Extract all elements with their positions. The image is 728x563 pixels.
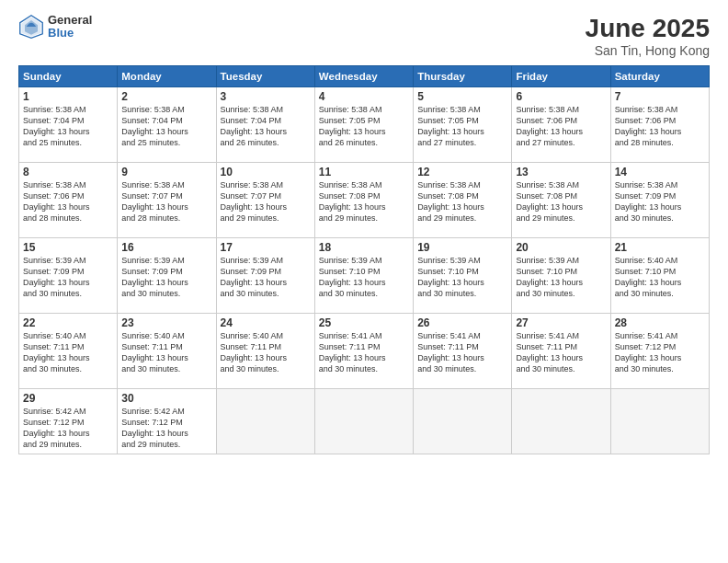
table-row: 28Sunrise: 5:41 AMSunset: 7:12 PMDayligh… bbox=[610, 314, 709, 389]
day-number: 18 bbox=[319, 241, 409, 254]
table-row: 20Sunrise: 5:39 AMSunset: 7:10 PMDayligh… bbox=[512, 238, 610, 314]
table-row: 13Sunrise: 5:38 AMSunset: 7:08 PMDayligh… bbox=[512, 163, 610, 238]
logo-icon bbox=[18, 14, 44, 40]
table-row: 19Sunrise: 5:39 AMSunset: 7:10 PMDayligh… bbox=[414, 238, 512, 314]
day-info: Sunrise: 5:39 AMSunset: 7:10 PMDaylight:… bbox=[319, 255, 409, 300]
day-number: 17 bbox=[221, 241, 311, 254]
day-number: 7 bbox=[615, 90, 705, 103]
table-row: 4Sunrise: 5:38 AMSunset: 7:05 PMDaylight… bbox=[314, 87, 413, 163]
day-number: 21 bbox=[615, 241, 705, 254]
logo-general-label: General bbox=[48, 14, 92, 27]
day-info: Sunrise: 5:38 AMSunset: 7:06 PMDaylight:… bbox=[23, 179, 113, 224]
table-row bbox=[216, 389, 314, 454]
day-info: Sunrise: 5:38 AMSunset: 7:08 PMDaylight:… bbox=[516, 179, 606, 224]
day-number: 26 bbox=[417, 316, 507, 329]
calendar-week-1: 1Sunrise: 5:38 AMSunset: 7:04 PMDaylight… bbox=[19, 87, 710, 163]
day-number: 2 bbox=[121, 90, 211, 103]
day-number: 14 bbox=[615, 166, 705, 178]
table-row: 15Sunrise: 5:39 AMSunset: 7:09 PMDayligh… bbox=[19, 238, 118, 314]
month-title: June 2025 bbox=[586, 14, 710, 43]
day-info: Sunrise: 5:38 AMSunset: 7:04 PMDaylight:… bbox=[121, 104, 211, 149]
table-row: 23Sunrise: 5:40 AMSunset: 7:11 PMDayligh… bbox=[118, 314, 216, 389]
calendar-week-5: 29Sunrise: 5:42 AMSunset: 7:12 PMDayligh… bbox=[19, 389, 710, 454]
header: General Blue June 2025 San Tin, Hong Kon… bbox=[18, 14, 710, 58]
logo-blue-label: Blue bbox=[48, 27, 92, 40]
table-row: 30Sunrise: 5:42 AMSunset: 7:12 PMDayligh… bbox=[118, 389, 216, 454]
location: San Tin, Hong Kong bbox=[586, 43, 710, 58]
day-number: 9 bbox=[121, 166, 211, 178]
day-info: Sunrise: 5:38 AMSunset: 7:06 PMDaylight:… bbox=[516, 104, 606, 149]
day-info: Sunrise: 5:38 AMSunset: 7:04 PMDaylight:… bbox=[23, 104, 113, 149]
day-info: Sunrise: 5:38 AMSunset: 7:04 PMDaylight:… bbox=[221, 104, 311, 149]
day-number: 13 bbox=[516, 166, 606, 178]
header-saturday: Saturday bbox=[610, 66, 709, 87]
day-number: 28 bbox=[615, 316, 705, 329]
day-number: 23 bbox=[121, 316, 211, 329]
day-number: 15 bbox=[23, 241, 113, 254]
table-row: 12Sunrise: 5:38 AMSunset: 7:08 PMDayligh… bbox=[414, 163, 512, 238]
calendar-header-row: Sunday Monday Tuesday Wednesday Thursday… bbox=[19, 66, 710, 87]
calendar-week-4: 22Sunrise: 5:40 AMSunset: 7:11 PMDayligh… bbox=[19, 314, 710, 389]
table-row: 26Sunrise: 5:41 AMSunset: 7:11 PMDayligh… bbox=[414, 314, 512, 389]
table-row: 6Sunrise: 5:38 AMSunset: 7:06 PMDaylight… bbox=[512, 87, 610, 163]
table-row: 27Sunrise: 5:41 AMSunset: 7:11 PMDayligh… bbox=[512, 314, 610, 389]
logo-text: General Blue bbox=[48, 14, 92, 40]
day-info: Sunrise: 5:38 AMSunset: 7:08 PMDaylight:… bbox=[417, 179, 507, 224]
day-number: 29 bbox=[23, 392, 113, 405]
page: General Blue June 2025 San Tin, Hong Kon… bbox=[0, 0, 728, 563]
day-info: Sunrise: 5:41 AMSunset: 7:11 PMDaylight:… bbox=[417, 330, 507, 375]
day-info: Sunrise: 5:39 AMSunset: 7:10 PMDaylight:… bbox=[417, 255, 507, 300]
day-info: Sunrise: 5:39 AMSunset: 7:09 PMDaylight:… bbox=[221, 255, 311, 300]
table-row bbox=[512, 389, 610, 454]
day-info: Sunrise: 5:41 AMSunset: 7:12 PMDaylight:… bbox=[615, 330, 705, 375]
day-info: Sunrise: 5:39 AMSunset: 7:10 PMDaylight:… bbox=[516, 255, 606, 300]
day-number: 12 bbox=[417, 166, 507, 178]
day-number: 19 bbox=[417, 241, 507, 254]
table-row: 5Sunrise: 5:38 AMSunset: 7:05 PMDaylight… bbox=[414, 87, 512, 163]
header-thursday: Thursday bbox=[414, 66, 512, 87]
table-row: 2Sunrise: 5:38 AMSunset: 7:04 PMDaylight… bbox=[118, 87, 216, 163]
day-info: Sunrise: 5:40 AMSunset: 7:11 PMDaylight:… bbox=[221, 330, 311, 375]
table-row: 18Sunrise: 5:39 AMSunset: 7:10 PMDayligh… bbox=[314, 238, 413, 314]
header-tuesday: Tuesday bbox=[216, 66, 314, 87]
day-number: 22 bbox=[23, 316, 113, 329]
day-number: 25 bbox=[319, 316, 409, 329]
day-number: 24 bbox=[221, 316, 311, 329]
day-info: Sunrise: 5:38 AMSunset: 7:07 PMDaylight:… bbox=[121, 179, 211, 224]
table-row: 10Sunrise: 5:38 AMSunset: 7:07 PMDayligh… bbox=[216, 163, 314, 238]
day-number: 27 bbox=[516, 316, 606, 329]
table-row: 11Sunrise: 5:38 AMSunset: 7:08 PMDayligh… bbox=[314, 163, 413, 238]
calendar-week-3: 15Sunrise: 5:39 AMSunset: 7:09 PMDayligh… bbox=[19, 238, 710, 314]
table-row: 7Sunrise: 5:38 AMSunset: 7:06 PMDaylight… bbox=[610, 87, 709, 163]
table-row: 17Sunrise: 5:39 AMSunset: 7:09 PMDayligh… bbox=[216, 238, 314, 314]
table-row: 25Sunrise: 5:41 AMSunset: 7:11 PMDayligh… bbox=[314, 314, 413, 389]
logo: General Blue bbox=[18, 14, 92, 40]
day-info: Sunrise: 5:41 AMSunset: 7:11 PMDaylight:… bbox=[516, 330, 606, 375]
day-info: Sunrise: 5:38 AMSunset: 7:06 PMDaylight:… bbox=[615, 104, 705, 149]
day-number: 10 bbox=[221, 166, 311, 178]
table-row: 16Sunrise: 5:39 AMSunset: 7:09 PMDayligh… bbox=[118, 238, 216, 314]
day-info: Sunrise: 5:41 AMSunset: 7:11 PMDaylight:… bbox=[319, 330, 409, 375]
day-number: 4 bbox=[319, 90, 409, 103]
day-number: 6 bbox=[516, 90, 606, 103]
day-info: Sunrise: 5:38 AMSunset: 7:07 PMDaylight:… bbox=[221, 179, 311, 224]
day-info: Sunrise: 5:38 AMSunset: 7:09 PMDaylight:… bbox=[615, 179, 705, 224]
table-row bbox=[314, 389, 413, 454]
day-number: 8 bbox=[23, 166, 113, 178]
header-wednesday: Wednesday bbox=[314, 66, 413, 87]
table-row: 9Sunrise: 5:38 AMSunset: 7:07 PMDaylight… bbox=[118, 163, 216, 238]
header-friday: Friday bbox=[512, 66, 610, 87]
table-row: 29Sunrise: 5:42 AMSunset: 7:12 PMDayligh… bbox=[19, 389, 118, 454]
day-info: Sunrise: 5:38 AMSunset: 7:08 PMDaylight:… bbox=[319, 179, 409, 224]
day-number: 11 bbox=[319, 166, 409, 178]
day-number: 20 bbox=[516, 241, 606, 254]
day-info: Sunrise: 5:38 AMSunset: 7:05 PMDaylight:… bbox=[417, 104, 507, 149]
title-area: June 2025 San Tin, Hong Kong bbox=[586, 14, 710, 58]
day-number: 30 bbox=[121, 392, 211, 405]
table-row: 22Sunrise: 5:40 AMSunset: 7:11 PMDayligh… bbox=[19, 314, 118, 389]
day-info: Sunrise: 5:38 AMSunset: 7:05 PMDaylight:… bbox=[319, 104, 409, 149]
day-info: Sunrise: 5:40 AMSunset: 7:10 PMDaylight:… bbox=[615, 255, 705, 300]
table-row: 3Sunrise: 5:38 AMSunset: 7:04 PMDaylight… bbox=[216, 87, 314, 163]
table-row: 8Sunrise: 5:38 AMSunset: 7:06 PMDaylight… bbox=[19, 163, 118, 238]
table-row: 24Sunrise: 5:40 AMSunset: 7:11 PMDayligh… bbox=[216, 314, 314, 389]
